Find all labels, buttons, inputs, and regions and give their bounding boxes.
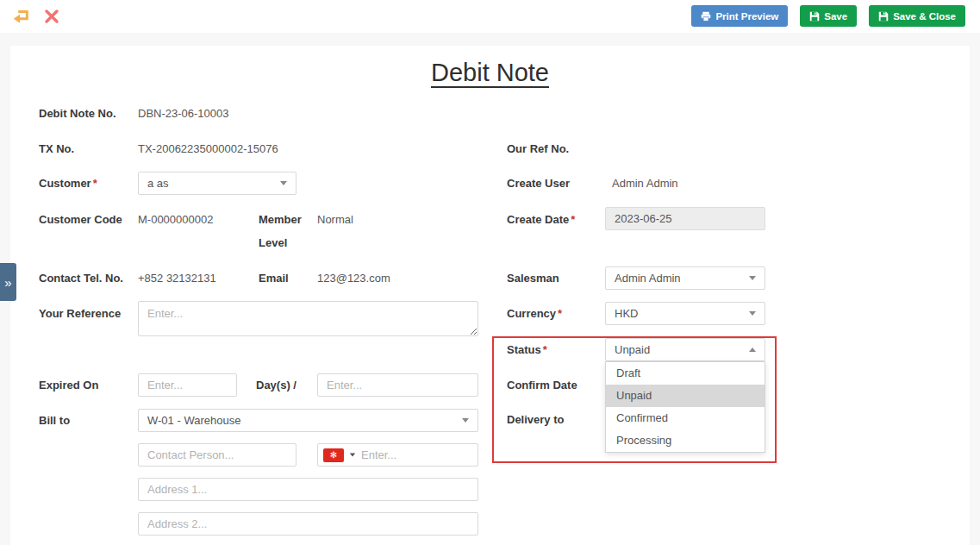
create-user-label: Create User bbox=[507, 172, 570, 195]
create-date-label: Create Date* bbox=[507, 208, 575, 231]
email-label: Email bbox=[259, 266, 289, 290]
chevron-down-icon bbox=[749, 276, 756, 280]
expired-on-date-input[interactable] bbox=[317, 373, 478, 397]
save-button[interactable]: Save bbox=[800, 5, 857, 27]
address1-input[interactable] bbox=[138, 478, 478, 501]
back-button[interactable] bbox=[10, 6, 31, 27]
status-label: Status* bbox=[507, 338, 547, 361]
chevron-down-icon bbox=[749, 311, 756, 316]
page-title: Debit Note bbox=[10, 59, 970, 87]
sidebar-expand-tab[interactable]: » bbox=[0, 263, 16, 301]
back-arrow-icon bbox=[11, 7, 30, 26]
save-close-button[interactable]: Save & Close bbox=[869, 5, 965, 27]
email-value: 123@123.com bbox=[317, 266, 390, 290]
topbar: Print Preview Save Save & Close bbox=[0, 0, 980, 33]
print-preview-button[interactable]: Print Preview bbox=[691, 5, 788, 27]
your-reference-input[interactable] bbox=[138, 301, 478, 336]
customer-label: Customer* bbox=[39, 172, 97, 195]
hk-flag-icon[interactable]: ✻ bbox=[323, 448, 344, 462]
status-option-unpaid[interactable]: Unpaid bbox=[606, 385, 765, 407]
save-icon bbox=[809, 11, 820, 22]
our-ref-no-label: Our Ref No. bbox=[507, 137, 569, 160]
customer-code-value: M-0000000002 bbox=[138, 208, 213, 231]
status-select[interactable]: Unpaid bbox=[605, 338, 765, 361]
status-dropdown-menu: DraftUnpaidConfirmedProcessing bbox=[605, 361, 765, 453]
chevron-down-icon[interactable] bbox=[350, 454, 355, 457]
salesman-select[interactable]: Admin Admin bbox=[605, 266, 765, 290]
save-icon bbox=[878, 11, 889, 22]
printer-icon bbox=[701, 11, 711, 22]
customer-select[interactable]: a as bbox=[138, 172, 296, 195]
status-option-processing[interactable]: Processing bbox=[606, 429, 765, 452]
contact-tel-label: Contact Tel. No. bbox=[39, 266, 123, 290]
days-separator-label: Day(s) / bbox=[256, 373, 296, 397]
create-date-input: 2023-06-25 bbox=[605, 207, 765, 230]
phone-input-group: ✻ bbox=[317, 443, 478, 467]
phone-number-input[interactable] bbox=[361, 448, 472, 461]
currency-select[interactable]: HKD bbox=[605, 302, 765, 325]
status-option-confirmed[interactable]: Confirmed bbox=[606, 407, 765, 429]
chevron-up-icon bbox=[749, 348, 756, 352]
bill-to-label: Bill to bbox=[39, 409, 70, 432]
salesman-label: Salesman bbox=[507, 266, 559, 290]
expired-on-label: Expired On bbox=[39, 373, 98, 397]
currency-label: Currency* bbox=[507, 302, 562, 325]
address2-input[interactable] bbox=[138, 512, 478, 536]
bill-to-select[interactable]: W-01 - Warehouse bbox=[138, 409, 478, 432]
confirm-date-label: Confirm Date bbox=[507, 373, 577, 397]
delivery-to-label: Delivery to bbox=[507, 408, 564, 431]
tx-no-label: TX No. bbox=[39, 137, 74, 160]
close-icon bbox=[44, 9, 59, 24]
member-level-label: Member Level bbox=[259, 208, 312, 254]
contact-tel-value: +852 32132131 bbox=[138, 266, 216, 290]
tx-no-value: TX-20062235000002-15076 bbox=[138, 137, 278, 160]
chevron-down-icon bbox=[280, 181, 287, 185]
close-button[interactable] bbox=[41, 6, 62, 27]
double-chevron-right-icon: » bbox=[4, 275, 11, 290]
member-level-value: Normal bbox=[317, 208, 353, 231]
status-option-draft[interactable]: Draft bbox=[606, 362, 765, 385]
debit-note-no-label: Debit Note No. bbox=[39, 102, 116, 125]
create-user-value: Admin Admin bbox=[612, 172, 678, 195]
expired-on-days-input[interactable] bbox=[138, 373, 237, 397]
debit-note-no-value: DBN-23-06-10003 bbox=[138, 102, 229, 125]
your-reference-label: Your Reference bbox=[39, 302, 121, 325]
contact-person-input[interactable] bbox=[138, 443, 296, 467]
customer-code-label: Customer Code bbox=[39, 208, 122, 231]
debit-note-form-card: Debit Note Debit Note No. DBN-23-06-1000… bbox=[10, 46, 970, 545]
chevron-down-icon bbox=[462, 418, 469, 423]
